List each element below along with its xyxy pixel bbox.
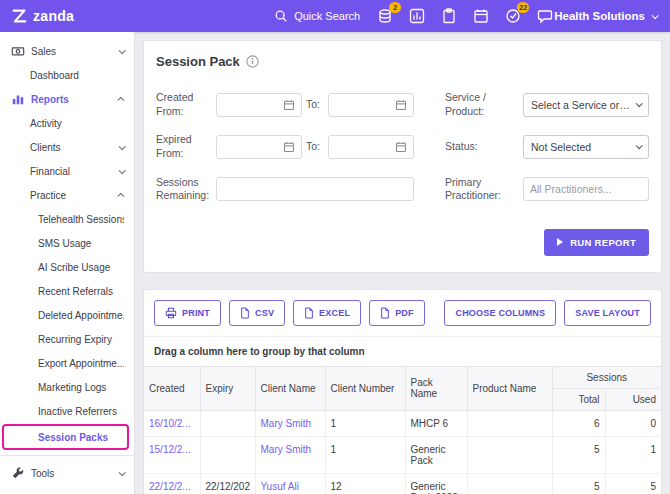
zanda-logo[interactable]: zanda bbox=[10, 7, 74, 25]
status-select[interactable]: Not Selected bbox=[523, 135, 649, 159]
cell-total: 5 bbox=[552, 436, 605, 473]
client-name-link[interactable]: Mary Smith bbox=[261, 444, 312, 455]
tasks-icon[interactable]: 22 bbox=[504, 7, 522, 25]
clipboard-icon[interactable] bbox=[440, 7, 458, 25]
calendar-icon[interactable] bbox=[283, 141, 295, 153]
table-header-row: Created Expiry Client Name Client Number… bbox=[144, 367, 661, 389]
column-header-total[interactable]: Total bbox=[552, 388, 605, 410]
column-header-client-number[interactable]: Client Number bbox=[325, 367, 405, 411]
excel-label: EXCEL bbox=[319, 308, 350, 318]
cell-pack-name: Generic Pack 2023 bbox=[405, 473, 467, 494]
sidebar-item-tools[interactable]: Tools bbox=[0, 461, 134, 485]
csv-button[interactable]: CSV bbox=[229, 300, 285, 326]
cell-client-name: Yusuf Ali bbox=[255, 473, 325, 494]
info-icon[interactable] bbox=[246, 55, 259, 68]
created-to-input[interactable] bbox=[335, 99, 395, 111]
sidebar-item-sales[interactable]: Sales bbox=[0, 39, 134, 63]
table-row[interactable]: 22/12/2... 22/12/202 Yusuf Ali 12 Generi… bbox=[144, 473, 661, 494]
cell-used: 5 bbox=[605, 473, 661, 494]
sidebar-item-sms-usage[interactable]: SMS Usage bbox=[0, 231, 134, 255]
created-link[interactable]: 16/10/2... bbox=[149, 418, 191, 429]
sidebar-item-label: Financial bbox=[30, 166, 115, 177]
file-icon bbox=[304, 307, 314, 319]
column-header-product-name[interactable]: Product Name bbox=[467, 367, 552, 411]
client-name-link[interactable]: Yusuf Ali bbox=[261, 481, 299, 492]
column-header-pack-name[interactable]: Pack Name bbox=[405, 367, 467, 411]
primary-practitioner-input[interactable] bbox=[530, 183, 642, 195]
sidebar-item-label: SMS Usage bbox=[38, 238, 124, 249]
client-name-link[interactable]: Mary Smith bbox=[261, 418, 312, 429]
report-filter-form: Created From: To: Service / Product: bbox=[156, 91, 649, 203]
column-header-client-name[interactable]: Client Name bbox=[255, 367, 325, 411]
account-menu[interactable]: Health Solutions bbox=[554, 10, 661, 22]
chevron-down-icon bbox=[119, 167, 126, 174]
table-row[interactable]: 15/12/2... Mary Smith 1 Generic Pack 5 1 bbox=[144, 436, 661, 473]
messages-icon[interactable] bbox=[536, 7, 554, 25]
cell-pack-name: MHCP 6 bbox=[405, 410, 467, 436]
sidebar-item-reports[interactable]: Reports bbox=[0, 87, 134, 111]
sidebar-item-export-appointments[interactable]: Export Appointme... bbox=[0, 351, 134, 375]
calendar-icon[interactable] bbox=[395, 141, 407, 153]
service-product-select[interactable]: Select a Service or Prod bbox=[523, 93, 649, 117]
created-from-input[interactable] bbox=[223, 99, 283, 111]
sidebar: Sales Dashboard Reports Activity Clients… bbox=[0, 32, 135, 494]
sidebar-item-clients[interactable]: Clients bbox=[0, 135, 134, 159]
sidebar-divider bbox=[0, 455, 134, 456]
sidebar-item-recurring-expiry[interactable]: Recurring Expiry bbox=[0, 327, 134, 351]
reports-icon bbox=[10, 92, 25, 107]
sidebar-item-deleted-appointments[interactable]: Deleted Appointme... bbox=[0, 303, 134, 327]
file-icon bbox=[380, 307, 390, 319]
group-by-drop-zone[interactable]: Drag a column here to group by that colu… bbox=[144, 336, 661, 367]
sidebar-item-label: Recent Referrals bbox=[38, 286, 124, 297]
sidebar-item-label: Clients bbox=[30, 142, 115, 153]
reports-chart-icon[interactable] bbox=[408, 7, 426, 25]
expired-to-field bbox=[328, 135, 414, 159]
sidebar-item-practice[interactable]: Practice bbox=[0, 183, 134, 207]
sidebar-item-marketing-logs[interactable]: Marketing Logs bbox=[0, 375, 134, 399]
save-layout-label: SAVE LAYOUT bbox=[575, 308, 640, 318]
chevron-up-icon bbox=[117, 192, 124, 199]
status-value: Not Selected bbox=[531, 141, 591, 153]
cell-expiry: 22/12/202 bbox=[200, 473, 255, 494]
cell-expiry bbox=[200, 410, 255, 436]
invoices-badge: 2 bbox=[389, 2, 401, 13]
sidebar-item-inactive-referrers[interactable]: Inactive Referrers bbox=[0, 399, 134, 423]
cell-expiry bbox=[200, 436, 255, 473]
sessions-remaining-input[interactable] bbox=[223, 183, 407, 195]
sidebar-item-label: Recurring Expiry bbox=[38, 334, 124, 345]
account-name: Health Solutions bbox=[554, 10, 645, 22]
chevron-down-icon bbox=[636, 100, 643, 107]
sidebar-item-dashboard[interactable]: Dashboard bbox=[0, 63, 134, 87]
created-link[interactable]: 22/12/2... bbox=[149, 481, 191, 492]
sidebar-item-telehealth-sessions[interactable]: Telehealth Sessions bbox=[0, 207, 134, 231]
primary-practitioner-field bbox=[523, 177, 649, 201]
zanda-logo-icon bbox=[10, 7, 28, 25]
table-row[interactable]: 16/10/2... Mary Smith 1 MHCP 6 6 0 bbox=[144, 410, 661, 436]
sidebar-item-activity[interactable]: Activity bbox=[0, 111, 134, 135]
print-button[interactable]: PRINT bbox=[154, 300, 221, 326]
calendar-icon[interactable] bbox=[395, 99, 407, 111]
created-link[interactable]: 15/12/2... bbox=[149, 444, 191, 455]
invoices-icon[interactable]: 2 bbox=[376, 7, 394, 25]
cell-created: 22/12/2... bbox=[144, 473, 200, 494]
sidebar-item-label: AI Scribe Usage bbox=[38, 262, 124, 273]
tools-icon bbox=[10, 466, 25, 481]
excel-button[interactable]: EXCEL bbox=[293, 300, 361, 326]
quick-search[interactable]: Quick Search bbox=[274, 9, 360, 23]
choose-columns-button[interactable]: CHOOSE COLUMNS bbox=[444, 300, 556, 326]
column-header-created[interactable]: Created bbox=[144, 367, 200, 411]
sidebar-item-recent-referrals[interactable]: Recent Referrals bbox=[0, 279, 134, 303]
column-header-used[interactable]: Used bbox=[605, 388, 661, 410]
sidebar-item-ai-scribe-usage[interactable]: AI Scribe Usage bbox=[0, 255, 134, 279]
sidebar-item-session-packs[interactable]: Session Packs bbox=[2, 424, 129, 450]
save-layout-button[interactable]: SAVE LAYOUT bbox=[564, 300, 651, 326]
expired-from-input[interactable] bbox=[223, 141, 283, 153]
calendar-icon[interactable] bbox=[283, 99, 295, 111]
pdf-button[interactable]: PDF bbox=[369, 300, 425, 326]
column-header-expiry[interactable]: Expiry bbox=[200, 367, 255, 411]
calendar-icon[interactable] bbox=[472, 7, 490, 25]
sidebar-item-financial[interactable]: Financial bbox=[0, 159, 134, 183]
expired-to-input[interactable] bbox=[335, 141, 395, 153]
run-report-button[interactable]: RUN REPORT bbox=[544, 229, 649, 256]
play-icon bbox=[557, 238, 563, 246]
